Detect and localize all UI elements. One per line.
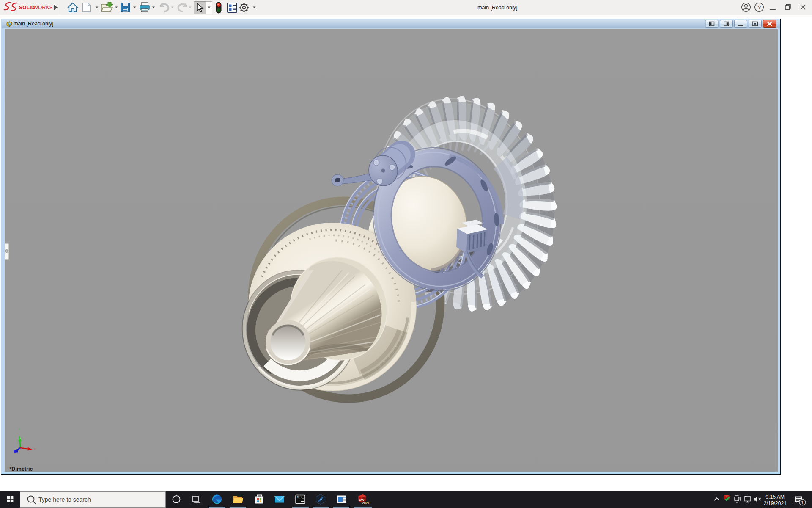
svg-text:SOLID: SOLID	[19, 5, 35, 11]
svg-text:2/19/2021: 2/19/2021	[764, 500, 787, 506]
svg-text:C:\_: C:\_	[297, 496, 304, 499]
svg-text:WORKS: WORKS	[33, 5, 53, 11]
svg-text:x: x	[34, 447, 36, 451]
svg-text:9:15 AM: 9:15 AM	[765, 494, 785, 500]
svg-text:2021: 2021	[362, 501, 370, 505]
svg-text:*Dimetric: *Dimetric	[10, 466, 33, 472]
svg-text:?: ?	[758, 4, 761, 11]
svg-text:1: 1	[801, 500, 804, 505]
